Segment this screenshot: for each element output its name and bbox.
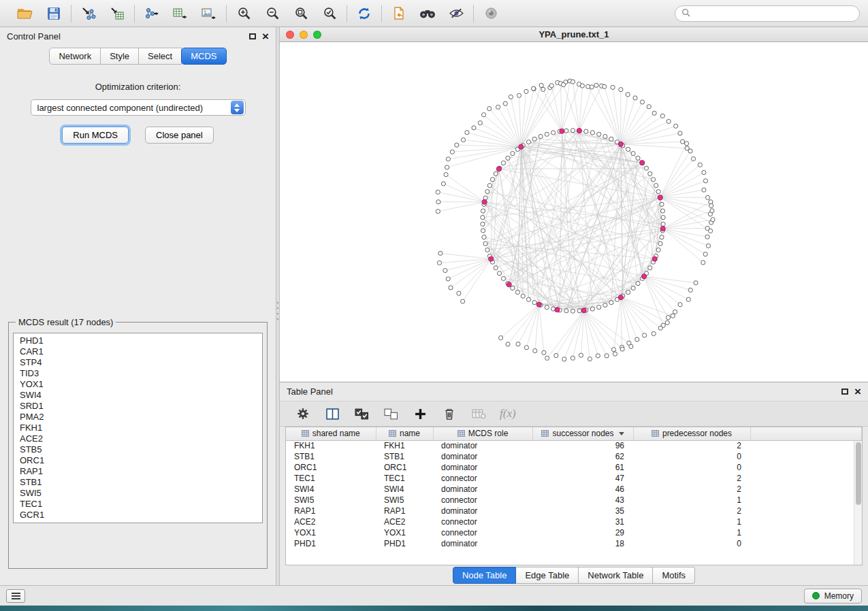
table-cell: connector <box>433 473 532 484</box>
tab-select[interactable]: Select <box>139 48 182 65</box>
minimize-window-icon[interactable] <box>300 31 308 39</box>
export-table-icon[interactable] <box>172 5 189 22</box>
col-name[interactable]: name <box>376 427 433 440</box>
col-predecessor-nodes[interactable]: predecessor nodes <box>633 427 750 440</box>
save-session-icon[interactable] <box>45 5 63 22</box>
optimization-criterion-select[interactable]: largest connected component (undirected) <box>31 99 246 116</box>
search-input[interactable] <box>694 9 853 18</box>
mcds-result-item[interactable]: SWI5 <box>14 488 262 499</box>
zoom-selected-icon[interactable] <box>321 5 338 22</box>
table-row[interactable]: SWI4SWI4dominator462 <box>286 484 862 495</box>
mcds-result-item[interactable]: ORC1 <box>14 455 262 466</box>
tab-motifs[interactable]: Motifs <box>653 567 695 584</box>
table-row[interactable]: ACE2ACE2connector311 <box>286 516 862 527</box>
col-shared-name[interactable]: shared name <box>286 427 376 440</box>
delete-row-icon[interactable] <box>441 406 457 421</box>
table-row[interactable]: ORC1ORC1dominator610 <box>286 462 862 473</box>
export-network-icon[interactable] <box>143 5 161 22</box>
col-successor-nodes[interactable]: successor nodes <box>532 427 633 440</box>
network-canvas[interactable] <box>280 42 868 382</box>
close-window-icon[interactable] <box>286 31 294 39</box>
file-group <box>8 5 71 22</box>
table-panel-tabs: Node Table Edge Table Network Table Moti… <box>280 565 868 585</box>
tab-node-table[interactable]: Node Table <box>453 567 517 584</box>
table-row[interactable]: PHD1PHD1dominator180 <box>286 538 862 549</box>
table-row[interactable]: RAP1RAP1dominator352 <box>286 506 862 516</box>
zoom-in-icon[interactable] <box>235 5 253 22</box>
status-menu-button[interactable] <box>6 589 25 603</box>
table-row[interactable]: SWI5SWI5connector431 <box>286 495 862 506</box>
mcds-result-item[interactable]: YOX1 <box>14 379 262 390</box>
tab-network-table[interactable]: Network Table <box>579 567 653 584</box>
mcds-result-item[interactable]: GCR1 <box>14 510 262 521</box>
table-settings-gear-icon[interactable] <box>295 406 311 421</box>
add-row-icon[interactable] <box>412 406 428 421</box>
table-cell <box>750 473 862 484</box>
hide-graphics-icon[interactable] <box>447 5 465 22</box>
mcds-result-item[interactable]: SWI4 <box>14 390 262 401</box>
select-stepper-icon <box>231 101 244 114</box>
mcds-result-item[interactable]: PHD1 <box>14 335 262 346</box>
tab-style[interactable]: Style <box>101 48 139 65</box>
mcds-result-item[interactable]: ACE2 <box>14 433 262 444</box>
search-network-icon[interactable] <box>419 5 436 22</box>
mcds-result-item[interactable]: FKH1 <box>14 423 262 433</box>
table-cell <box>750 516 862 527</box>
main-toolbar <box>0 0 868 27</box>
table-cell <box>750 538 862 549</box>
refresh-view-icon[interactable] <box>355 5 373 22</box>
zoom-fit-icon[interactable] <box>292 5 310 22</box>
tab-edge-table[interactable]: Edge Table <box>516 567 579 584</box>
table-cell: 18 <box>532 538 633 549</box>
import-table-icon[interactable] <box>108 5 126 22</box>
mcds-result-item[interactable]: PMA2 <box>14 412 262 423</box>
col-mcds-role[interactable]: MCDS role <box>433 427 532 440</box>
manage-columns-icon[interactable] <box>324 406 340 421</box>
table-cell: 47 <box>532 473 633 484</box>
open-file-icon[interactable] <box>16 5 34 22</box>
table-row[interactable]: FKH1FKH1dominator962 <box>286 440 862 451</box>
table-cell <box>750 451 862 462</box>
table-scrollbar-thumb[interactable] <box>856 442 861 505</box>
mcds-result-list[interactable]: PHD1CAR1STP4TID3YOX1SWI4SRD1PMA2FKH1ACE2… <box>13 333 263 523</box>
mcds-result-item[interactable]: TEC1 <box>14 499 262 510</box>
table-row[interactable]: YOX1YOX1connector291 <box>286 527 862 538</box>
table-scrollbar[interactable] <box>854 441 862 565</box>
table-cell: 2 <box>633 440 750 451</box>
table-cell: 43 <box>532 495 633 506</box>
table-panel: Table Panel × <box>280 382 868 585</box>
export-image-icon[interactable] <box>200 5 218 22</box>
table-cell: 0 <box>633 462 750 473</box>
table-row[interactable]: STB1STB1dominator620 <box>286 451 862 462</box>
mcds-result-item[interactable]: STB1 <box>14 477 262 488</box>
maximize-window-icon[interactable] <box>313 31 321 39</box>
unselect-all-rows-icon[interactable] <box>383 406 399 421</box>
panel-splitter[interactable] <box>276 27 280 585</box>
close-panel-button[interactable]: Close panel <box>145 127 214 144</box>
toolbar-search[interactable] <box>675 5 860 22</box>
tab-network[interactable]: Network <box>49 48 101 65</box>
table-row[interactable]: TEC1TEC1connector472 <box>286 473 862 484</box>
close-table-panel-icon[interactable]: × <box>854 388 861 396</box>
mcds-result-item[interactable]: TID3 <box>14 368 262 379</box>
export-document-icon[interactable] <box>390 5 408 22</box>
mcds-result-item[interactable]: STB5 <box>14 444 262 455</box>
tab-mcds[interactable]: MCDS <box>181 48 226 65</box>
mcds-result-item[interactable]: STP4 <box>14 357 262 368</box>
float-panel-icon[interactable] <box>249 33 256 39</box>
control-panel: Control Panel × Network Style Select MCD… <box>0 27 276 585</box>
mcds-result-item[interactable]: CAR1 <box>14 346 262 357</box>
show-graphics-icon[interactable] <box>482 5 500 22</box>
mcds-result-item[interactable]: RAP1 <box>14 466 262 477</box>
run-mcds-button[interactable]: Run MCDS <box>62 127 129 144</box>
close-panel-icon[interactable]: × <box>262 33 269 41</box>
import-network-icon[interactable] <box>80 5 97 22</box>
table-cell: TEC1 <box>286 473 376 484</box>
select-all-rows-icon[interactable] <box>353 406 370 421</box>
zoom-out-icon[interactable] <box>263 5 281 22</box>
mcds-result-item[interactable]: SRD1 <box>14 401 262 412</box>
control-panel-header: Control Panel × <box>0 27 276 46</box>
table-cell: 61 <box>532 462 633 473</box>
float-table-panel-icon[interactable] <box>841 389 848 395</box>
memory-button[interactable]: Memory <box>804 589 862 604</box>
